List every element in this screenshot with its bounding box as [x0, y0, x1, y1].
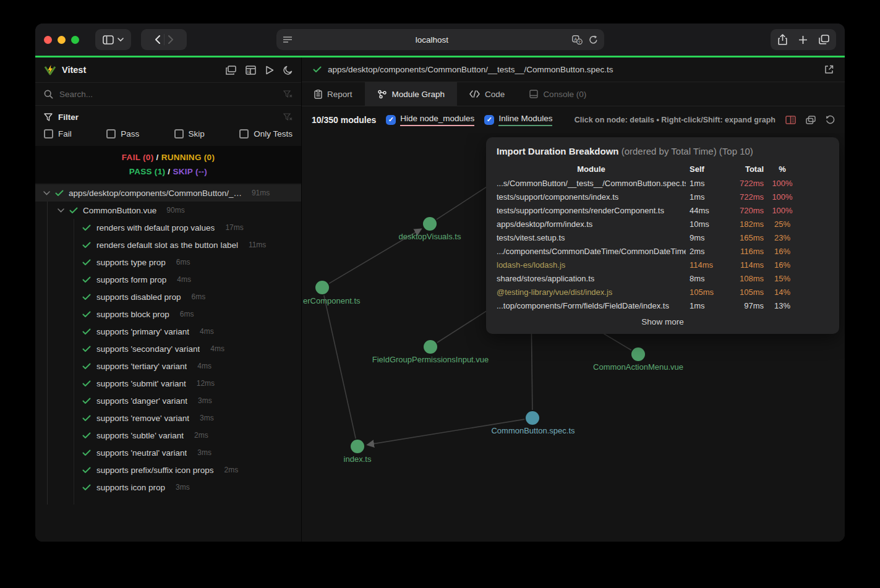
test-label: supports 'submit' variant — [96, 379, 186, 388]
breakdown-row[interactable]: shared/stores/application.ts 8ms 108ms 1… — [486, 271, 839, 285]
run-all-icon[interactable] — [265, 66, 274, 75]
close-window-button[interactable] — [44, 36, 52, 44]
tree-row-test[interactable]: supports 'subtle' variant 2ms — [35, 427, 301, 444]
hide-node-modules-checkbox[interactable]: ✓ Hide node_modules — [386, 114, 474, 126]
breakdown-row[interactable]: .../components/CommonDateTime/CommonDate… — [486, 244, 839, 258]
tab-overview-icon[interactable] — [819, 35, 829, 45]
filter-checkbox[interactable]: Fail — [44, 129, 72, 138]
tree-row-test[interactable]: renders default slot as the button label… — [35, 236, 301, 254]
reload-icon[interactable] — [589, 35, 598, 45]
checkbox-icon[interactable] — [106, 129, 116, 138]
dark-mode-icon[interactable] — [283, 66, 293, 75]
filter-checkbox[interactable]: Skip — [174, 129, 205, 138]
checkbox-label: Hide node_modules — [400, 114, 474, 126]
tab-code[interactable]: Code — [457, 82, 517, 106]
search-input[interactable] — [59, 90, 277, 99]
checkbox-icon[interactable] — [239, 129, 249, 138]
forward-button[interactable] — [168, 35, 174, 44]
filter-checkbox[interactable]: Only Tests — [239, 129, 293, 138]
address-bar[interactable]: localhost A文 — [276, 29, 604, 50]
breakdown-row[interactable]: @testing-library/vue/dist/index.js 105ms… — [486, 285, 839, 299]
collapse-panels-icon[interactable] — [226, 66, 236, 75]
test-label: supports 'secondary' variant — [96, 344, 200, 354]
graph-node-index[interactable] — [351, 440, 364, 453]
breakdown-row[interactable]: ...top/components/Form/fields/FieldDate/… — [486, 299, 839, 312]
checked-checkbox-icon[interactable]: ✓ — [484, 115, 494, 125]
status-summary: FAIL (0) / RUNNING (0) PASS (1) / SKIP (… — [35, 146, 301, 183]
self-time: 9ms — [690, 233, 722, 242]
graph-node-label-FieldGroupPermissionsInput: FieldGroupPermissionsInput.vue — [372, 355, 489, 364]
checkbox-icon[interactable] — [174, 129, 184, 138]
test-duration: 12ms — [197, 379, 215, 388]
tree-row-test[interactable]: renders with default prop values 17ms — [35, 219, 301, 236]
tree-row-test[interactable]: supports 'remove' variant 3ms — [35, 409, 301, 427]
breakdown-row[interactable]: lodash-es/lodash.js 114ms 114ms 16% — [486, 258, 839, 271]
test-duration: 2ms — [194, 431, 208, 440]
minimize-window-button[interactable] — [58, 36, 66, 44]
percent: 100% — [767, 179, 797, 188]
breakdown-row[interactable]: apps/desktop/form/index.ts 10ms 182ms 25… — [486, 217, 839, 231]
test-label: supports 'danger' variant — [96, 396, 187, 406]
show-more-button[interactable]: Show more — [486, 312, 839, 329]
tree-row-test[interactable]: supports 'danger' variant 3ms — [35, 392, 301, 409]
tree-row-test[interactable]: supports 'primary' variant 4ms — [35, 323, 301, 340]
reset-graph-icon[interactable] — [826, 115, 835, 124]
inline-modules-checkbox[interactable]: ✓ Inline Modules — [484, 114, 552, 126]
graph-node-CommonButtonSpec[interactable] — [526, 411, 539, 425]
breakdown-row[interactable]: tests/support/components/renderComponent… — [486, 203, 839, 217]
test-duration: 4ms — [200, 327, 214, 336]
tab-console[interactable]: Console (0) — [517, 82, 599, 106]
tree-row-test[interactable]: supports prefix/suffix icon props 2ms — [35, 461, 301, 479]
tree-row-test[interactable]: supports form prop 4ms — [35, 271, 301, 288]
test-duration: 6ms — [180, 310, 194, 318]
new-tab-icon[interactable] — [798, 35, 808, 45]
breakdown-row[interactable]: tests/support/components/index.ts 1ms 72… — [486, 190, 839, 203]
dashboard-icon[interactable]: 31 — [246, 66, 256, 75]
tree-row-suite[interactable]: CommonButton.vue 90ms — [35, 202, 301, 219]
tab-label: Report — [327, 90, 352, 99]
zoom-window-button[interactable] — [71, 36, 79, 44]
breakdown-rows: ...s/CommonButton/__tests__/CommonButton… — [486, 176, 839, 312]
tab-module-graph[interactable]: Module Graph — [365, 82, 458, 106]
test-duration: 3ms — [176, 483, 190, 492]
graph-node-CommonActionMenu[interactable] — [631, 347, 645, 361]
module-graph-canvas[interactable]: desktopVisuals.tserComponent.tsFieldGrou… — [302, 133, 845, 542]
graph-node-erComponent[interactable] — [315, 281, 329, 294]
checked-checkbox-icon[interactable]: ✓ — [386, 115, 396, 125]
graph-node-FieldGroupPermissionsInput[interactable] — [424, 340, 437, 354]
chevron-down-icon[interactable] — [58, 208, 64, 213]
tree-row-test[interactable]: supports 'tertiary' variant 4ms — [35, 357, 301, 375]
graph-legend-icon[interactable] — [785, 116, 796, 124]
tree-row-test[interactable]: supports 'secondary' variant 4ms — [35, 340, 301, 357]
pass-check-icon — [82, 276, 91, 283]
reader-view-icon[interactable] — [283, 36, 293, 44]
share-icon[interactable] — [778, 34, 787, 45]
open-in-editor-icon[interactable] — [824, 65, 834, 74]
tree-row-test[interactable]: supports type prop 6ms — [35, 254, 301, 271]
back-button[interactable] — [155, 35, 160, 44]
self-time: 105ms — [690, 288, 722, 297]
clear-search-filter-icon[interactable] — [283, 90, 293, 98]
translate-icon[interactable]: A文 — [572, 35, 583, 45]
tree-row-test[interactable]: supports disabled prop 6ms — [35, 288, 301, 305]
breakdown-row[interactable]: ...s/CommonButton/__tests__/CommonButton… — [486, 176, 839, 190]
tree-row-file[interactable]: apps/desktop/components/CommonButton/_… … — [35, 184, 301, 202]
tree-row-test[interactable]: supports icon prop 3ms — [35, 479, 301, 496]
percent: 100% — [767, 192, 797, 202]
tree-row-test[interactable]: supports 'submit' variant 12ms — [35, 375, 301, 392]
filter-checkboxes: Fail Pass Skip Only Tests — [35, 128, 301, 146]
checkbox-icon[interactable] — [44, 129, 53, 138]
resize-graph-icon[interactable] — [806, 116, 816, 124]
clear-filter-icon[interactable] — [283, 113, 293, 121]
chevron-down-icon[interactable] — [43, 191, 50, 195]
tree-row-test[interactable]: supports 'neutral' variant 3ms — [35, 444, 301, 461]
tab-report[interactable]: Report — [302, 82, 365, 106]
tree-row-test[interactable]: supports block prop 6ms — [35, 305, 301, 323]
sidebar-toggle-button[interactable] — [95, 29, 131, 50]
filter-checkbox[interactable]: Pass — [106, 129, 139, 138]
module-name: shared/stores/application.ts — [497, 274, 686, 283]
test-label: supports 'primary' variant — [96, 327, 189, 336]
breakdown-row[interactable]: tests/vitest.setup.ts 9ms 165ms 23% — [486, 231, 839, 244]
pass-check-icon — [82, 450, 91, 456]
graph-node-desktopVisuals[interactable] — [423, 217, 437, 231]
